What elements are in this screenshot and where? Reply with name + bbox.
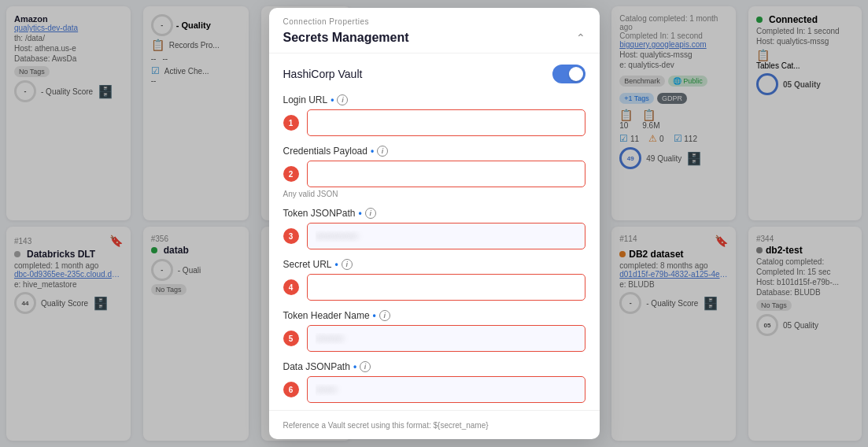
modal-header-label: Connection Properties — [269, 8, 600, 26]
login-url-field-wrapper: 1 — [307, 109, 585, 136]
field-group-5: Token Header Name • i 5 — [283, 310, 585, 352]
step-badge-3: 3 — [283, 228, 299, 244]
field-label-credentials: Credentials Payload • i — [283, 146, 585, 157]
credentials-info-icon[interactable]: i — [377, 146, 388, 157]
credentials-input[interactable] — [307, 161, 585, 187]
field-group-3: Token JSONPath • i 3 — [283, 208, 585, 249]
modal-footer: Reference a Vault secret using this form… — [269, 410, 600, 439]
login-url-text: Login URL — [283, 94, 328, 105]
credentials-required: • — [371, 146, 374, 157]
secret-url-info-icon[interactable]: i — [342, 259, 353, 270]
field-label-login-url: Login URL • i — [283, 94, 585, 105]
secret-url-input[interactable] — [307, 274, 585, 301]
hashicorp-toggle[interactable] — [552, 65, 585, 83]
step-badge-2: 2 — [283, 166, 299, 182]
data-json-input[interactable] — [307, 376, 585, 403]
credentials-field-wrapper: 2 — [307, 161, 585, 187]
data-json-info-icon[interactable]: i — [360, 361, 371, 372]
data-json-text: Data JSONPath — [283, 361, 350, 372]
hashicorp-row: HashiCorp Vault — [283, 65, 585, 83]
token-json-info-icon[interactable]: i — [365, 208, 376, 219]
token-header-text: Token Header Name — [283, 310, 370, 321]
token-json-required: • — [359, 208, 362, 219]
step-badge-6: 6 — [283, 382, 299, 397]
footer-hint: Reference a Vault secret using this form… — [283, 421, 489, 430]
toggle-knob — [569, 67, 583, 81]
token-header-field-wrapper: 5 — [307, 325, 585, 352]
step-badge-4: 4 — [283, 279, 299, 295]
token-header-info-icon[interactable]: i — [379, 310, 390, 321]
step-badge-5: 5 — [283, 331, 299, 346]
data-json-field-wrapper: 6 — [307, 376, 585, 403]
field-group-1: Login URL • i 1 — [283, 94, 585, 136]
token-header-required: • — [373, 310, 376, 321]
modal: Connection Properties Secrets Management… — [269, 8, 600, 439]
modal-section-title: Secrets Management — [283, 31, 409, 45]
secret-url-text: Secret URL — [283, 259, 332, 270]
login-url-info-icon[interactable]: i — [337, 94, 348, 105]
token-json-input[interactable] — [307, 223, 585, 249]
token-json-text: Token JSONPath — [283, 208, 356, 219]
login-url-input[interactable] — [307, 109, 585, 136]
chevron-up-icon[interactable]: ⌃ — [576, 31, 585, 44]
modal-body: HashiCorp Vault Login URL • i 1 — [269, 54, 600, 410]
data-json-required: • — [353, 361, 356, 372]
modal-overlay: Connection Properties Secrets Management… — [0, 0, 868, 447]
field-label-data-json: Data JSONPath • i — [283, 361, 585, 372]
field-group-4: Secret URL • i 4 — [283, 259, 585, 301]
token-header-input[interactable] — [307, 325, 585, 352]
secret-url-required: • — [335, 259, 338, 270]
hashicorp-label: HashiCorp Vault — [283, 68, 363, 80]
secret-url-field-wrapper: 4 — [307, 274, 585, 301]
field-label-secret-url: Secret URL • i — [283, 259, 585, 270]
field-group-6: Data JSONPath • i 6 — [283, 361, 585, 403]
field-label-token-json: Token JSONPath • i — [283, 208, 585, 219]
credentials-hint: Any valid JSON — [283, 190, 585, 198]
token-json-field-wrapper: 3 — [307, 223, 585, 249]
field-group-2: Credentials Payload • i 2 Any valid JSON — [283, 146, 585, 198]
login-url-required: • — [331, 94, 334, 105]
modal-section-header: Secrets Management ⌃ — [269, 26, 600, 54]
credentials-text: Credentials Payload — [283, 146, 368, 157]
step-badge-1: 1 — [283, 115, 299, 131]
field-label-token-header: Token Header Name • i — [283, 310, 585, 321]
